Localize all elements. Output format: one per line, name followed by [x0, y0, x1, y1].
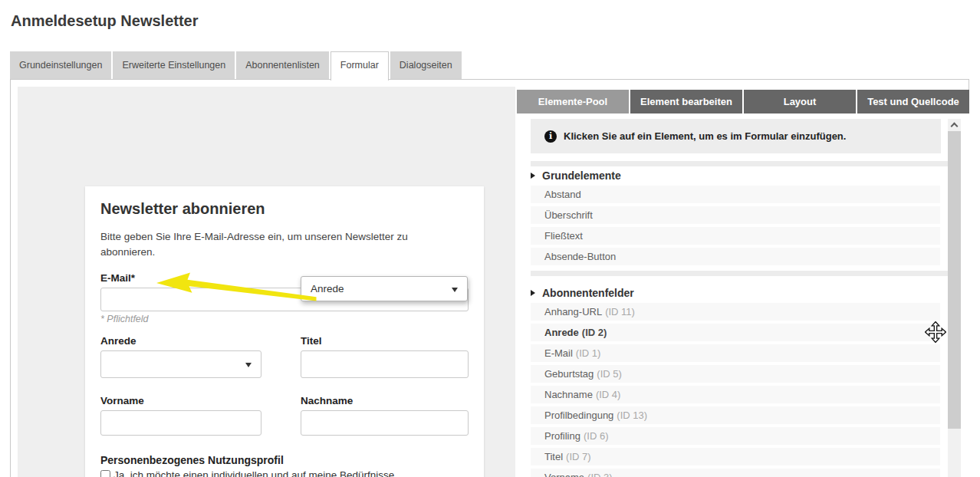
consent-text: Ja, ich möchte einen individuellen und a… — [100, 469, 466, 477]
tab-test-und-quellcode[interactable]: Test und Quellcode — [857, 90, 969, 113]
anrede-label: Anrede — [100, 335, 261, 347]
drag-ghost-label: Anrede — [311, 283, 344, 294]
element-id: (ID 11) — [605, 306, 635, 317]
section-divider — [531, 271, 948, 276]
tab-element-bearbeiten[interactable]: Element bearbeiten — [630, 90, 742, 113]
element-name: Absende-Button — [544, 251, 616, 262]
tab-elemente-pool[interactable]: Elemente-Pool — [517, 90, 629, 113]
setup-tab-bar: Grundeinstellungen Erweiterte Einstellun… — [10, 51, 462, 81]
scrollbar-thumb[interactable] — [948, 131, 961, 429]
section-chevron-icon — [531, 173, 535, 179]
info-banner-text: Klicken Sie auf ein Element, um es im Fo… — [564, 130, 846, 142]
tab-formular[interactable]: Formular — [331, 51, 389, 81]
tab-abonnentenlisten[interactable]: Abonnentenlisten — [236, 51, 329, 79]
list-item-fliesstext[interactable]: Fließtext — [531, 227, 940, 245]
element-name: Anhang-URL — [544, 306, 602, 317]
section-header-grundelemente[interactable]: Grundelemente — [531, 169, 948, 183]
element-pool-content: i Klicken Sie auf ein Element, um es im … — [517, 113, 948, 477]
tab-grundeinstellungen[interactable]: Grundeinstellungen — [10, 51, 111, 79]
element-name: Nachname — [544, 389, 593, 400]
consent-paragraph: Ja, ich möchte einen individuellen und a… — [100, 469, 470, 477]
form-title: Newsletter abonnieren — [100, 200, 469, 218]
caret-down-icon — [452, 288, 458, 292]
element-name: Anrede — [544, 327, 579, 338]
element-name: E-Mail — [544, 347, 573, 359]
element-id: (ID 7) — [566, 451, 591, 462]
element-name: Abstand — [544, 189, 581, 200]
element-name: Geburtstag — [544, 368, 594, 380]
element-id: (ID 6) — [584, 430, 609, 442]
titel-label: Titel — [301, 335, 469, 347]
caret-down-icon — [245, 363, 252, 367]
element-name: Titel — [544, 451, 563, 462]
list-item-nachname[interactable]: Nachname(ID 4) — [531, 386, 940, 403]
section-chevron-icon — [531, 290, 535, 296]
element-name: Vorname — [544, 472, 584, 477]
element-id: (ID 13) — [617, 410, 647, 421]
vorname-label: Vorname — [100, 395, 261, 406]
tab-layout[interactable]: Layout — [744, 90, 856, 113]
page-title: Anmeldesetup Newsletter — [11, 12, 199, 30]
section-title: Grundelemente — [542, 169, 621, 182]
element-name: Fließtext — [544, 230, 583, 242]
nachname-field[interactable] — [301, 410, 469, 436]
info-banner: i Klicken Sie auf ein Element, um es im … — [531, 119, 941, 153]
list-item-abstand[interactable]: Abstand — [531, 186, 940, 203]
list-item-vorname[interactable]: Vorname(ID 3) — [531, 469, 940, 477]
list-item-profilbedingung[interactable]: Profilbedingung(ID 13) — [531, 406, 940, 424]
element-id: (ID 5) — [597, 368, 622, 380]
profile-section-heading: Personenbezogenes Nutzungsprofil — [100, 454, 469, 466]
form-intro-text: Bitte geben Sie Ihre E-Mail-Adresse ein,… — [100, 229, 465, 259]
list-item-geburtstag[interactable]: Geburtstag(ID 5) — [531, 365, 940, 383]
panel-tab-bar: Elemente-Pool Element bearbeiten Layout … — [517, 90, 969, 113]
element-name: Überschrift — [544, 209, 593, 221]
tab-erweiterte-einstellungen[interactable]: Erweiterte Einstellungen — [113, 51, 235, 79]
section-header-abonnentenfelder[interactable]: Abonnentenfelder — [531, 286, 948, 300]
list-item-profiling[interactable]: Profiling(ID 6) — [531, 427, 940, 445]
newsletter-form-card: Newsletter abonnieren Bitte geben Sie Ih… — [85, 186, 484, 477]
element-name: Profilbedingung — [544, 410, 613, 421]
element-id: (ID 3) — [587, 472, 613, 477]
list-item-absende-button[interactable]: Absende-Button — [531, 248, 940, 265]
info-icon: i — [544, 130, 557, 143]
section-divider — [531, 161, 948, 166]
tab-dialogseiten[interactable]: Dialogseiten — [390, 51, 462, 79]
chevron-up-icon — [951, 122, 959, 130]
element-id: (ID 1) — [576, 347, 601, 359]
element-name: Profiling — [544, 430, 580, 442]
consent-checkbox[interactable] — [100, 470, 110, 477]
form-editor-panel: Elemente-Pool Element bearbeiten Layout … — [517, 90, 969, 477]
section-title: Abonnentenfelder — [542, 287, 634, 299]
required-hint: * Pflichtfeld — [100, 314, 469, 324]
panel-scrollbar[interactable] — [948, 119, 961, 477]
list-item-ueberschrift[interactable]: Überschrift — [531, 206, 940, 224]
element-id: (ID 2) — [582, 327, 607, 338]
anrede-select[interactable] — [100, 350, 261, 378]
drag-ghost-anrede-select: Anrede — [301, 276, 468, 301]
list-item-titel[interactable]: Titel(ID 7) — [531, 448, 940, 465]
list-item-anrede[interactable]: Anrede(ID 2) — [531, 324, 940, 341]
list-item-anhang-url[interactable]: Anhang-URL(ID 11) — [531, 303, 940, 321]
titel-field[interactable] — [301, 350, 469, 378]
element-id: (ID 4) — [596, 389, 621, 400]
scroll-up-button[interactable] — [948, 119, 961, 130]
vorname-field[interactable] — [100, 410, 261, 436]
list-item-email[interactable]: E-Mail(ID 1) — [531, 344, 940, 362]
nachname-label: Nachname — [301, 395, 469, 406]
